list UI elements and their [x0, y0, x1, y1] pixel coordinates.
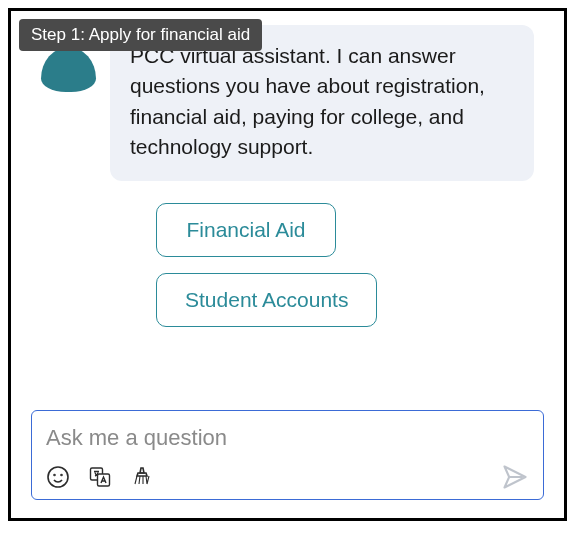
translate-icon[interactable]: [88, 465, 112, 489]
send-icon[interactable]: [501, 463, 529, 491]
chat-widget-frame: Step 1: Apply for financial aid PCC virt…: [8, 8, 567, 521]
input-toolbar: [46, 463, 529, 491]
quick-reply-financial-aid[interactable]: Financial Aid: [156, 203, 336, 257]
quick-reply-student-accounts[interactable]: Student Accounts: [156, 273, 377, 327]
svg-point-2: [61, 475, 62, 476]
step-tooltip: Step 1: Apply for financial aid: [19, 19, 262, 51]
question-input[interactable]: [46, 421, 529, 455]
quick-reply-list: Financial Aid Student Accounts: [156, 203, 534, 327]
assistant-avatar: [41, 47, 96, 92]
svg-point-0: [48, 467, 68, 487]
clear-icon[interactable]: [130, 465, 154, 489]
emoji-icon[interactable]: [46, 465, 70, 489]
svg-point-1: [54, 475, 55, 476]
assistant-message-text: PCC virtual assistant. I can answer ques…: [130, 44, 485, 158]
input-area: [31, 410, 544, 500]
chat-messages-area: PCC virtual assistant. I can answer ques…: [11, 11, 564, 398]
